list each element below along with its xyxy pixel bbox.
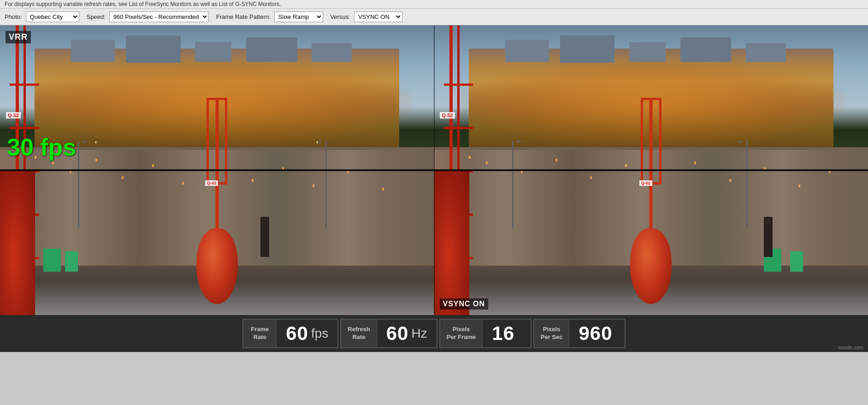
win-6-r [625, 164, 627, 167]
lamp-1-l [78, 141, 79, 228]
frame-rate-pattern-label: Frame Rate Pattern: [216, 13, 271, 20]
bin-1-l [43, 249, 61, 272]
stat-refresh-rate-value-col: 60 Hz [377, 320, 437, 347]
crane-base [0, 170, 35, 315]
stat-refresh-rate-value: 60 [386, 322, 409, 345]
win-5-r [590, 176, 592, 179]
win-2-l [52, 161, 54, 164]
lamp-arm-1-r [516, 141, 521, 143]
win-6-l [152, 164, 154, 167]
q52-label-buoy-l: Q-52 [205, 180, 218, 186]
q52-label-left: Q-52 [6, 112, 21, 119]
stat-pixels-per-sec: Pixels Per Sec 960 [533, 319, 626, 348]
win-11-r [798, 185, 800, 187]
win-4-l [95, 159, 97, 161]
stat-label-refresh-line1: Refresh [348, 326, 370, 334]
crane-hr-1 [444, 83, 473, 86]
stat-frame-rate: Frame Rate 60 fps [242, 319, 338, 348]
watermark: wsxdn.com [838, 345, 863, 350]
speed-select[interactable]: 960 Pixels/Sec - Recommended 480 Pixels/… [109, 12, 209, 22]
crane-h-1 [10, 83, 39, 86]
win-9-l [252, 179, 254, 182]
win-8-r [694, 161, 696, 164]
versus-label: Versus: [331, 13, 350, 20]
frame-rate-select[interactable]: Slow Ramp Fast Ramp Steady 60fps [274, 12, 323, 22]
viewport: Q-52 Q-52 VRR 30 fps [0, 25, 868, 315]
stat-pixels-per-sec-value-col: 960 [569, 320, 624, 347]
page-wrapper: For displays supporting variable refresh… [0, 0, 868, 352]
buoy-scaffold-r [641, 98, 661, 185]
lamp-2-r [746, 141, 748, 228]
stat-label-ppf-line1: Pixels [453, 326, 470, 334]
info-bar: For displays supporting variable refresh… [0, 0, 868, 9]
stat-frame-rate-value: 60 [286, 322, 308, 345]
bin-2-l [65, 251, 78, 272]
vrr-badge: VRR [6, 31, 31, 43]
win-7-l [182, 182, 184, 185]
info-text: For displays supporting variable refresh… [5, 1, 281, 7]
vsync-badge: VSYNC ON [440, 298, 489, 310]
controls-bar: Photo: Quebec City Mountain View City Ni… [0, 9, 868, 25]
speed-label: Speed: [87, 13, 106, 20]
stat-frame-rate-unit: fps [311, 326, 328, 341]
photo-label: Photo: [5, 13, 22, 20]
crane-h-2 [10, 127, 39, 129]
crane-base-r [434, 170, 469, 315]
stats-bar: Frame Rate 60 fps Refresh Rate 60 Hz Pix… [0, 315, 868, 352]
lamp-light-1-l [95, 141, 96, 143]
win-13-l [382, 188, 384, 191]
buoy-right: Q-52 [638, 98, 664, 315]
person-l [260, 217, 269, 257]
bin-2-r [790, 251, 803, 272]
q52-label-right: Q-52 [440, 112, 455, 119]
crane-hr-2 [444, 127, 473, 129]
win-4-r [555, 159, 557, 161]
stat-frame-rate-label: Frame Rate [243, 320, 277, 347]
stat-refresh-rate-label: Refresh Rate [341, 320, 377, 347]
win-11-l [313, 185, 314, 187]
fps-display: 30 fps [7, 133, 76, 161]
stat-pixels-per-frame-label: Pixels Per Frame [440, 320, 483, 347]
buoy-globe-l [196, 228, 238, 304]
stat-label-ppf-line2: Per Frame [447, 334, 476, 341]
lamp-1-r [512, 141, 514, 228]
stat-label-frame-line1: Frame [251, 326, 269, 334]
stat-pixels-per-frame-value: 16 [492, 322, 514, 345]
stat-label-refresh-line2: Rate [352, 334, 365, 341]
versus-select[interactable]: VSYNC ON VSYNC OFF VRR [354, 12, 402, 22]
win-2-r [486, 161, 488, 164]
stat-refresh-rate: Refresh Rate 60 Hz [340, 319, 437, 348]
stat-label-pps-line1: Pixels [543, 326, 561, 334]
q52-label-buoy-r: Q-52 [639, 180, 652, 186]
buoy-globe-r [630, 228, 672, 304]
stat-pixels-per-sec-value: 960 [579, 322, 612, 345]
photo-select[interactable]: Quebec City Mountain View City Night [26, 12, 79, 22]
buoy-scaffold-l [207, 98, 227, 185]
person-r [764, 217, 773, 257]
win-5-l [122, 176, 124, 179]
buoy-left: Q-52 [204, 98, 230, 315]
stat-frame-rate-value-col: 60 fps [277, 320, 337, 347]
stat-pixels-per-frame: Pixels Per Frame 16 [439, 319, 531, 348]
lamp-light-2-l [317, 141, 318, 143]
vertical-divider [434, 25, 435, 315]
lamp-arm-1-l [83, 141, 87, 143]
lamp-2-l [325, 141, 327, 228]
lamp-arm-2-r [738, 141, 743, 143]
stat-refresh-rate-unit: Hz [411, 326, 427, 341]
stat-label-pps-line2: Per Sec [541, 334, 563, 341]
stat-pixels-per-sec-label: Pixels Per Sec [534, 320, 570, 347]
stat-label-frame-line2: Rate [254, 334, 266, 341]
win-9-r [729, 179, 731, 182]
stat-pixels-per-frame-value-col: 16 [483, 320, 526, 347]
